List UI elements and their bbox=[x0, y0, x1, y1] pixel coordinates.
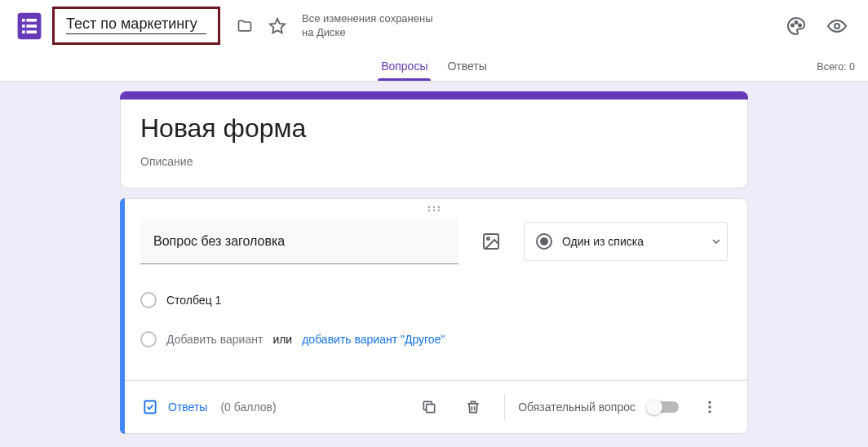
tab-questions[interactable]: Вопросы bbox=[371, 60, 437, 81]
question-footer: Ответы (0 баллов) Обязательный вопрос bbox=[121, 380, 747, 433]
svg-rect-5 bbox=[22, 30, 25, 33]
answer-key-button[interactable]: Ответы bbox=[168, 401, 207, 414]
option-radio-icon bbox=[140, 292, 157, 308]
app-header: Все изменения сохранены на Диске Вопросы… bbox=[0, 0, 868, 82]
form-title-input[interactable] bbox=[66, 15, 206, 34]
add-image-button[interactable] bbox=[472, 222, 511, 261]
svg-rect-21 bbox=[427, 405, 435, 413]
delete-button[interactable] bbox=[455, 389, 491, 425]
svg-rect-4 bbox=[26, 24, 37, 28]
svg-rect-1 bbox=[22, 19, 25, 22]
svg-point-16 bbox=[433, 210, 435, 211]
svg-point-19 bbox=[487, 237, 489, 240]
svg-point-11 bbox=[835, 24, 839, 29]
svg-point-10 bbox=[799, 24, 801, 26]
add-option-row: Добавить вариант или добавить вариант "Д… bbox=[140, 320, 728, 359]
duplicate-button[interactable] bbox=[411, 389, 447, 425]
svg-rect-2 bbox=[26, 19, 37, 22]
option-1-text[interactable]: Столбец 1 bbox=[166, 294, 221, 307]
add-other-button[interactable]: добавить вариант "Другое" bbox=[302, 333, 445, 346]
question-input-row: Один из списка bbox=[140, 219, 728, 264]
status-line-2: на Диске bbox=[302, 26, 433, 40]
required-toggle[interactable] bbox=[649, 401, 679, 413]
required-label: Обязательный вопрос bbox=[518, 401, 636, 414]
question-input-wrap[interactable] bbox=[140, 219, 458, 264]
svg-point-23 bbox=[708, 405, 711, 408]
form-canvas: Новая форма Описание Один из списка bbox=[0, 82, 868, 447]
question-card[interactable]: Один из списка Столбец 1 Добавить вариан… bbox=[120, 198, 748, 434]
svg-rect-20 bbox=[144, 401, 155, 414]
tabs-row: Вопросы Ответы Всего: 0 bbox=[0, 51, 868, 81]
question-body: Один из списка Столбец 1 Добавить вариан… bbox=[121, 219, 747, 359]
svg-point-8 bbox=[791, 24, 794, 26]
star-button[interactable] bbox=[261, 10, 294, 42]
total-label: Всего: 0 bbox=[817, 61, 855, 73]
svg-point-15 bbox=[428, 210, 430, 211]
form-description[interactable]: Описание bbox=[140, 155, 728, 168]
svg-marker-7 bbox=[270, 19, 285, 33]
divider bbox=[504, 394, 505, 420]
points-label: (0 баллов) bbox=[220, 401, 276, 414]
forms-logo[interactable] bbox=[13, 10, 46, 42]
svg-point-13 bbox=[433, 206, 435, 208]
status-line-1: Все изменения сохранены bbox=[302, 12, 433, 26]
radio-icon bbox=[536, 233, 552, 250]
title-highlight-box bbox=[52, 7, 220, 45]
palette-button[interactable] bbox=[778, 8, 814, 44]
option-radio-icon bbox=[140, 331, 157, 347]
form-title-text[interactable]: Новая форма bbox=[140, 113, 728, 144]
svg-point-24 bbox=[708, 410, 711, 413]
option-row-1[interactable]: Столбец 1 bbox=[140, 281, 728, 320]
question-type-select[interactable]: Один из списка bbox=[524, 222, 728, 261]
question-type-label: Один из списка bbox=[562, 235, 702, 248]
svg-point-9 bbox=[795, 21, 798, 24]
tab-responses[interactable]: Ответы bbox=[437, 60, 496, 81]
answer-key-icon bbox=[140, 397, 160, 417]
svg-rect-3 bbox=[22, 24, 25, 28]
form-title-card[interactable]: Новая форма Описание bbox=[120, 91, 748, 188]
save-status: Все изменения сохранены на Диске bbox=[302, 12, 433, 40]
svg-rect-6 bbox=[26, 30, 37, 33]
header-top-row: Все изменения сохранены на Диске bbox=[0, 0, 868, 51]
svg-point-14 bbox=[438, 206, 440, 208]
svg-point-12 bbox=[428, 206, 430, 208]
chevron-down-icon bbox=[712, 239, 720, 244]
add-option-button[interactable]: Добавить вариант bbox=[166, 333, 263, 346]
svg-point-17 bbox=[438, 210, 440, 211]
preview-button[interactable] bbox=[819, 8, 855, 44]
or-text: или bbox=[272, 333, 292, 346]
move-to-folder-button[interactable] bbox=[228, 10, 261, 42]
svg-point-22 bbox=[708, 401, 711, 404]
drag-handle-icon[interactable] bbox=[121, 199, 747, 219]
more-button[interactable] bbox=[692, 389, 728, 425]
header-actions bbox=[778, 8, 855, 44]
question-title-input[interactable] bbox=[153, 234, 445, 249]
